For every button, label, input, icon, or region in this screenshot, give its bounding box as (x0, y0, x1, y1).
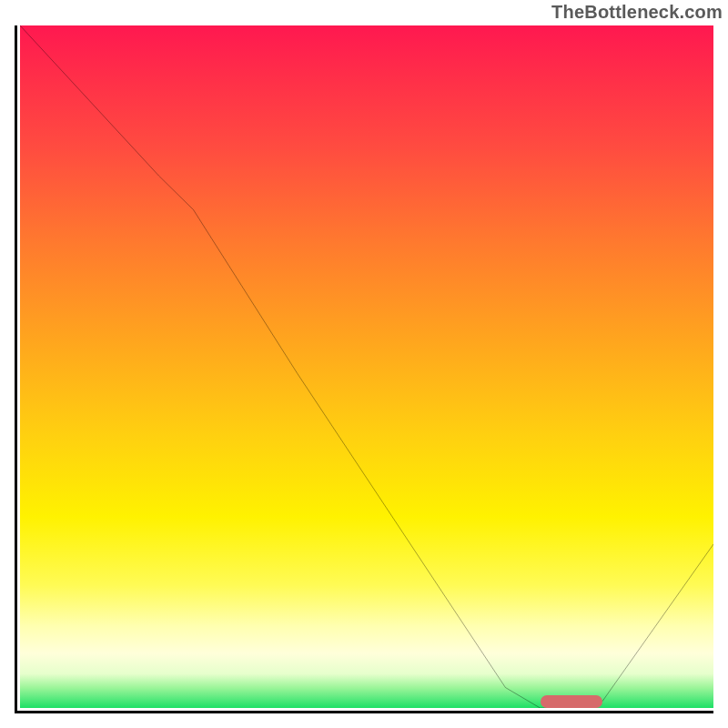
plot-area (15, 25, 713, 713)
bottleneck-curve (20, 25, 713, 708)
optimal-range-marker (541, 695, 603, 708)
watermark-text: TheBottleneck.com (551, 2, 723, 23)
chart-container: TheBottleneck.com (0, 0, 728, 728)
